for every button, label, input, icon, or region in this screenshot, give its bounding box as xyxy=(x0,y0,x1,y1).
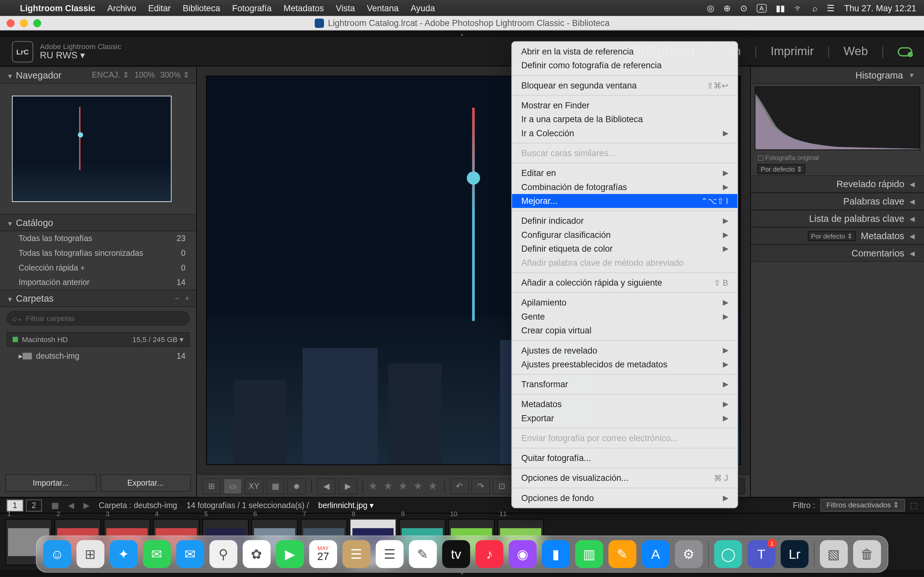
catalog-header[interactable]: ▼Catálogo xyxy=(0,214,196,231)
app-menu[interactable]: Lightroom Classic xyxy=(20,3,95,13)
right-panel-palabras-clave[interactable]: Palabras clave◀ xyxy=(751,193,924,210)
rating-stars[interactable]: ★ ★ ★ ★ ★ xyxy=(368,480,439,492)
top-panel-grip[interactable] xyxy=(0,31,924,37)
monitor-1[interactable]: 1 xyxy=(7,499,23,511)
filter-lock-icon[interactable]: ⬚ xyxy=(910,501,918,510)
dock-photos-icon[interactable]: ✿ xyxy=(242,540,270,568)
wifi-icon[interactable]: ᯤ xyxy=(795,3,803,13)
ctx-mejorar[interactable]: Mejorar...⌃⌥⇧ I xyxy=(512,194,738,208)
metadata-preset-select[interactable]: Por defecto ⇕ xyxy=(808,231,855,241)
import-button[interactable]: Importar... xyxy=(5,474,96,492)
module-web[interactable]: Web xyxy=(843,45,868,59)
histogram[interactable] xyxy=(754,86,920,150)
dock-reminders-icon[interactable]: ☰ xyxy=(376,540,404,568)
ctx-gente[interactable]: Gente▶ xyxy=(512,309,738,324)
folders-header[interactable]: ▼Carpetas −+ xyxy=(0,290,196,307)
dock-stack-icon[interactable]: ▧ xyxy=(820,540,848,568)
close-window[interactable] xyxy=(7,19,15,27)
menu-vista[interactable]: Vista xyxy=(336,3,355,13)
disk-row[interactable]: Macintosh HD 15,5 / 245 GB ▾ xyxy=(7,332,190,347)
prev-photo-button[interactable]: ◀ xyxy=(317,478,336,494)
ctx-apilamiento[interactable]: Apilamiento▶ xyxy=(512,295,738,309)
ctx-abrir-en-la-vista-de-referencia[interactable]: Abrir en la vista de referencia xyxy=(512,45,738,59)
dock-safari-icon[interactable]: ✦ xyxy=(110,540,137,568)
spotlight-icon[interactable]: ⌕ xyxy=(813,3,818,13)
ctx-definir-etiqueta-de-color[interactable]: Definir etiqueta de color▶ xyxy=(512,242,738,256)
ctx-quitar-fotograf-a[interactable]: Quitar fotografía... xyxy=(512,451,738,465)
ctx-a-adir-a-colecci-n-r-pida-y-siguiente[interactable]: Añadir a colección rápida y siguiente⇧ B xyxy=(512,276,738,290)
catalog-row[interactable]: Colección rápida +0 xyxy=(0,260,196,275)
dock-facetime-icon[interactable]: ▶ xyxy=(276,540,304,568)
folder-row[interactable]: ▸ deutsch-img14 xyxy=(0,350,196,363)
catalog-row[interactable]: Todas las fotografías sincronizadas0 xyxy=(0,246,196,261)
nav-fit[interactable]: ENCAJ. ⇕ xyxy=(92,71,129,80)
dock-appstore-icon[interactable]: A xyxy=(642,540,670,568)
dock-lrc-icon[interactable]: Lr xyxy=(780,540,809,568)
grid-view-button[interactable]: ⊞ xyxy=(202,478,221,494)
grid-toggle-icon[interactable]: ▦ xyxy=(51,501,59,510)
right-panel-metadatos[interactable]: Por defecto ⇕Metadatos◀ xyxy=(751,227,924,245)
rotate-cw-button[interactable]: ↷ xyxy=(471,478,490,494)
menu-fotografia[interactable]: Fotografía xyxy=(232,3,272,13)
ctx-combinaci-n-de-fotograf-as[interactable]: Combinación de fotografías▶ xyxy=(512,180,738,194)
preset-select[interactable]: Por defecto ⇕ xyxy=(758,164,805,174)
filter-select[interactable]: Filtros desactivados ⇕ xyxy=(821,499,905,511)
dock-appletv-icon[interactable]: tv xyxy=(442,540,470,568)
dock-podcasts-icon[interactable]: ◉ xyxy=(509,540,536,568)
ctx-ajustes-preestablecidos-de-metadatos[interactable]: Ajustes preestablecidos de metadatos▶ xyxy=(512,358,738,372)
dock-launchpad-icon[interactable]: ⊞ xyxy=(76,540,104,568)
catalog-row[interactable]: Todas las fotografías23 xyxy=(0,231,196,246)
menu-biblioteca[interactable]: Biblioteca xyxy=(183,3,220,13)
menu-metadatos[interactable]: Metadatos xyxy=(284,3,324,13)
loupe-view-button[interactable]: ▭ xyxy=(223,478,242,494)
dock-calendar-icon[interactable]: MAY27 xyxy=(309,540,337,568)
identity-plate[interactable]: RU RWS ▾ xyxy=(40,50,121,61)
cc-icon[interactable]: ◎ xyxy=(707,3,714,13)
control-center-icon[interactable]: ☰ xyxy=(827,3,835,13)
navigator-header[interactable]: ▼Navegador ENCAJ. ⇕ 100% 300% ⇕ xyxy=(0,66,196,84)
dock-maps-icon[interactable]: ⚲ xyxy=(210,540,237,568)
dock-teams-icon[interactable]: T1 xyxy=(747,540,775,568)
ctx-opciones-de-visualizaci-n[interactable]: Opciones de visualización...⌘ J xyxy=(512,471,738,485)
ctx-bloquear-en-segunda-ventana[interactable]: Bloquear en segunda ventana⇧⌘↩ xyxy=(512,79,738,93)
ctx-ir-a-una-carpeta-de-la-biblioteca[interactable]: Ir a una carpeta de la Biblioteca xyxy=(512,112,738,126)
monitor-2[interactable]: 2 xyxy=(26,499,42,511)
ctx-crear-copia-virtual[interactable]: Crear copia virtual xyxy=(512,324,738,338)
nav-back[interactable]: ◀ xyxy=(68,501,74,510)
current-file[interactable]: berlinnicht.jpg ▾ xyxy=(318,501,374,510)
breadcrumb[interactable]: Carpeta : deutsch-img xyxy=(99,501,178,510)
menu-archivo[interactable]: Archivo xyxy=(107,3,136,13)
globe-icon[interactable]: ⊕ xyxy=(724,3,731,13)
ctx-exportar[interactable]: Exportar▶ xyxy=(512,411,738,425)
dock-finder-icon[interactable]: ☺ xyxy=(43,540,71,568)
histogram-header[interactable]: Histograma▼ xyxy=(751,66,924,84)
people-view-button[interactable]: ☻ xyxy=(287,478,306,494)
ctx-configurar-clasificaci-n[interactable]: Configurar clasificación▶ xyxy=(512,228,738,242)
folder-plus-icon[interactable]: + xyxy=(185,293,190,303)
input-icon[interactable]: A xyxy=(756,3,766,12)
dock-keynote-icon[interactable]: ▮ xyxy=(542,540,570,568)
catalog-row[interactable]: Importación anterior14 xyxy=(0,275,196,290)
folder-minus-icon[interactable]: − xyxy=(175,293,180,303)
ctx-mostrar-en-finder[interactable]: Mostrar en Finder xyxy=(512,98,738,113)
survey-view-button[interactable]: ▦ xyxy=(266,478,284,494)
minimize-window[interactable] xyxy=(20,19,28,27)
ctx-ir-a-colecci-n[interactable]: Ir a Colección▶ xyxy=(512,126,738,140)
crop-overlay-button[interactable]: ⊡ xyxy=(493,478,511,494)
ctx-metadatos[interactable]: Metadatos▶ xyxy=(512,397,738,411)
menu-editar[interactable]: Editar xyxy=(148,3,171,13)
play-icon[interactable]: ⊙ xyxy=(740,3,748,13)
ctx-definir-indicador[interactable]: Definir indicador▶ xyxy=(512,214,738,228)
dock-notes-icon[interactable]: ✎ xyxy=(409,540,437,568)
dock-pages-icon[interactable]: ✎ xyxy=(608,540,636,568)
menu-ayuda[interactable]: Ayuda xyxy=(411,3,435,13)
dock-contacts-icon[interactable]: ☰ xyxy=(342,540,370,568)
nav-fwd[interactable]: ▶ xyxy=(83,501,89,510)
next-photo-button[interactable]: ▶ xyxy=(338,478,357,494)
menu-ventana[interactable]: Ventana xyxy=(367,3,399,13)
dock-edge-icon[interactable]: ◯ xyxy=(714,540,742,568)
clock[interactable]: Thu 27. May 12:21 xyxy=(844,3,916,13)
right-panel-revelado-rápido[interactable]: Revelado rápido◀ xyxy=(751,175,924,193)
module-imprimir[interactable]: Imprimir xyxy=(771,45,814,59)
right-panel-lista-de-palabras-clave[interactable]: Lista de palabras clave◀ xyxy=(751,210,924,227)
